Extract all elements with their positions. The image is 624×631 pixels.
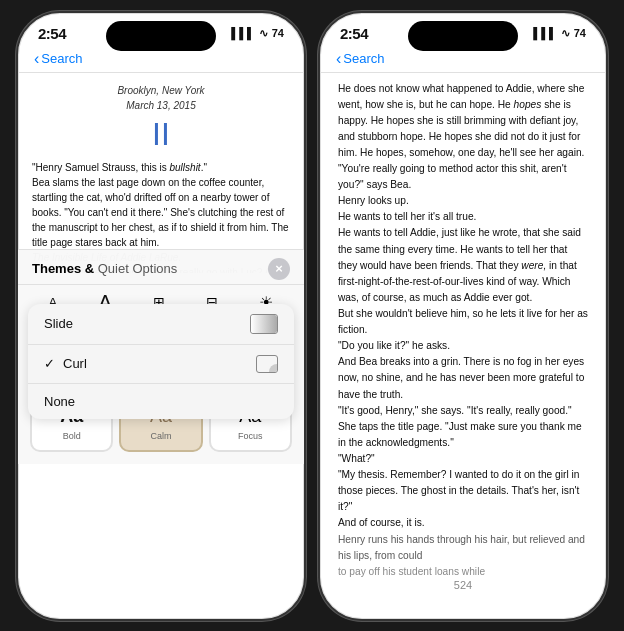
slide-label: Slide: [44, 316, 73, 331]
book-content-right: He does not know what happened to Addie,…: [320, 73, 606, 583]
back-label-right: Search: [343, 51, 384, 66]
dynamic-island: [106, 21, 216, 51]
time-right: 2:54: [340, 25, 368, 42]
time-left: 2:54: [38, 25, 66, 42]
chapter-header: Brooklyn, New YorkMarch 13, 2015 II: [32, 83, 290, 152]
back-chevron-right: ‹: [336, 50, 341, 68]
book-content-left: Brooklyn, New YorkMarch 13, 2015 II "Hen…: [18, 73, 304, 273]
close-button[interactable]: ×: [268, 258, 290, 280]
chapter-location: Brooklyn, New YorkMarch 13, 2015: [32, 83, 290, 113]
page-number: 524: [320, 575, 606, 599]
theme-calm-label: Calm: [150, 431, 171, 441]
slide-menu-item-curl[interactable]: ✓ Curl: [28, 345, 294, 384]
none-label: None: [44, 394, 75, 409]
curl-icon: [256, 355, 278, 373]
chapter-numeral: II: [32, 117, 290, 152]
status-icons-right: ▌▌▌ ∿ 74: [533, 27, 586, 40]
back-button-right[interactable]: ‹ Search: [336, 50, 385, 68]
curl-corner: [269, 364, 277, 372]
signal-icon-right: ▌▌▌: [533, 27, 556, 39]
close-icon: ×: [275, 261, 283, 276]
curl-label: Curl: [63, 356, 87, 371]
themes-title: Themes & Quiet Options: [32, 261, 177, 276]
slide-menu: Slide ✓ Curl None: [28, 304, 294, 419]
themes-header-row: Themes & Quiet Options ×: [18, 250, 304, 284]
back-label-left: Search: [41, 51, 82, 66]
left-phone: 2:54 ▌▌▌ ∿ 74 ‹ Search Brooklyn, New Yor…: [16, 11, 306, 621]
slide-menu-item-none[interactable]: None: [28, 384, 294, 419]
curl-checkmark: ✓: [44, 356, 55, 371]
battery-left: 74: [272, 27, 284, 39]
back-chevron-left: ‹: [34, 50, 39, 68]
wifi-icon-left: ∿: [259, 27, 268, 40]
right-phone: 2:54 ▌▌▌ ∿ 74 ‹ Search He does not know …: [318, 11, 608, 621]
slide-icon-inner: [251, 315, 277, 333]
wifi-icon-right: ∿: [561, 27, 570, 40]
slide-icon: [250, 314, 278, 334]
battery-right: 74: [574, 27, 586, 39]
back-button-left[interactable]: ‹ Search: [34, 50, 83, 68]
theme-focus-label: Focus: [238, 431, 263, 441]
theme-bold-label: Bold: [63, 431, 81, 441]
status-icons-left: ▌▌▌ ∿ 74: [231, 27, 284, 40]
dynamic-island-right: [408, 21, 518, 51]
slide-menu-item-slide[interactable]: Slide: [28, 304, 294, 345]
signal-icon-left: ▌▌▌: [231, 27, 254, 39]
